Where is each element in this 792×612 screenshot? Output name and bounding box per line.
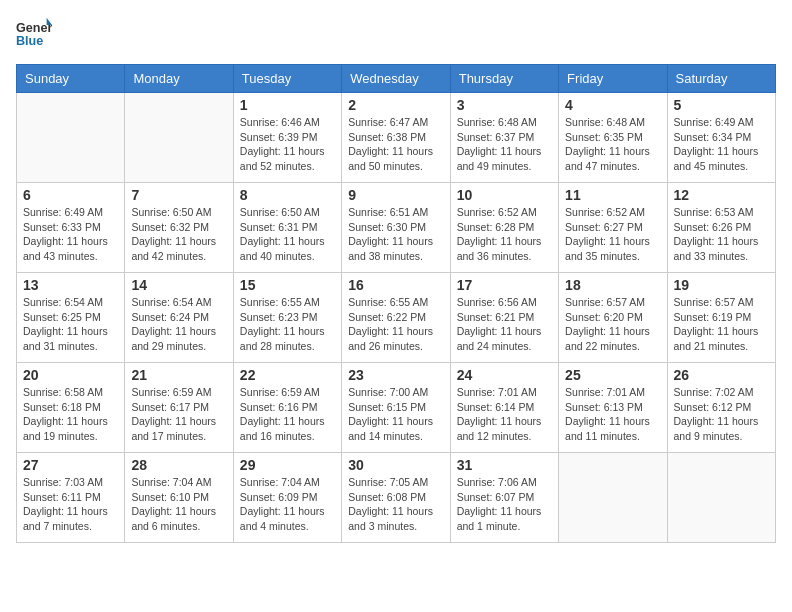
calendar-week-row: 27Sunrise: 7:03 AM Sunset: 6:11 PM Dayli… [17, 453, 776, 543]
day-info: Sunrise: 6:54 AM Sunset: 6:25 PM Dayligh… [23, 295, 118, 354]
day-info: Sunrise: 6:47 AM Sunset: 6:38 PM Dayligh… [348, 115, 443, 174]
calendar-cell: 3Sunrise: 6:48 AM Sunset: 6:37 PM Daylig… [450, 93, 558, 183]
day-info: Sunrise: 6:49 AM Sunset: 6:33 PM Dayligh… [23, 205, 118, 264]
day-info: Sunrise: 6:54 AM Sunset: 6:24 PM Dayligh… [131, 295, 226, 354]
day-number: 15 [240, 277, 335, 293]
day-number: 2 [348, 97, 443, 113]
calendar-cell: 24Sunrise: 7:01 AM Sunset: 6:14 PM Dayli… [450, 363, 558, 453]
day-number: 20 [23, 367, 118, 383]
calendar-cell [125, 93, 233, 183]
calendar-cell: 19Sunrise: 6:57 AM Sunset: 6:19 PM Dayli… [667, 273, 775, 363]
day-number: 31 [457, 457, 552, 473]
day-number: 23 [348, 367, 443, 383]
weekday-header-saturday: Saturday [667, 65, 775, 93]
calendar-table: SundayMondayTuesdayWednesdayThursdayFrid… [16, 64, 776, 543]
calendar-cell: 27Sunrise: 7:03 AM Sunset: 6:11 PM Dayli… [17, 453, 125, 543]
day-number: 7 [131, 187, 226, 203]
day-info: Sunrise: 6:50 AM Sunset: 6:32 PM Dayligh… [131, 205, 226, 264]
day-number: 16 [348, 277, 443, 293]
calendar-cell: 12Sunrise: 6:53 AM Sunset: 6:26 PM Dayli… [667, 183, 775, 273]
calendar-week-row: 13Sunrise: 6:54 AM Sunset: 6:25 PM Dayli… [17, 273, 776, 363]
calendar-cell [17, 93, 125, 183]
logo: General Blue [16, 16, 52, 52]
day-info: Sunrise: 6:58 AM Sunset: 6:18 PM Dayligh… [23, 385, 118, 444]
calendar-cell [667, 453, 775, 543]
day-number: 22 [240, 367, 335, 383]
day-info: Sunrise: 6:57 AM Sunset: 6:20 PM Dayligh… [565, 295, 660, 354]
day-info: Sunrise: 7:04 AM Sunset: 6:10 PM Dayligh… [131, 475, 226, 534]
day-number: 12 [674, 187, 769, 203]
day-info: Sunrise: 7:01 AM Sunset: 6:14 PM Dayligh… [457, 385, 552, 444]
day-info: Sunrise: 6:48 AM Sunset: 6:35 PM Dayligh… [565, 115, 660, 174]
calendar-cell: 25Sunrise: 7:01 AM Sunset: 6:13 PM Dayli… [559, 363, 667, 453]
day-info: Sunrise: 6:52 AM Sunset: 6:28 PM Dayligh… [457, 205, 552, 264]
weekday-header-sunday: Sunday [17, 65, 125, 93]
day-info: Sunrise: 6:59 AM Sunset: 6:16 PM Dayligh… [240, 385, 335, 444]
day-number: 30 [348, 457, 443, 473]
day-info: Sunrise: 7:01 AM Sunset: 6:13 PM Dayligh… [565, 385, 660, 444]
calendar-cell: 10Sunrise: 6:52 AM Sunset: 6:28 PM Dayli… [450, 183, 558, 273]
day-number: 9 [348, 187, 443, 203]
calendar-cell: 1Sunrise: 6:46 AM Sunset: 6:39 PM Daylig… [233, 93, 341, 183]
day-info: Sunrise: 7:03 AM Sunset: 6:11 PM Dayligh… [23, 475, 118, 534]
day-number: 24 [457, 367, 552, 383]
day-number: 1 [240, 97, 335, 113]
calendar-cell: 28Sunrise: 7:04 AM Sunset: 6:10 PM Dayli… [125, 453, 233, 543]
day-number: 3 [457, 97, 552, 113]
day-number: 14 [131, 277, 226, 293]
day-info: Sunrise: 6:49 AM Sunset: 6:34 PM Dayligh… [674, 115, 769, 174]
weekday-header-tuesday: Tuesday [233, 65, 341, 93]
calendar-cell: 18Sunrise: 6:57 AM Sunset: 6:20 PM Dayli… [559, 273, 667, 363]
day-number: 28 [131, 457, 226, 473]
day-number: 5 [674, 97, 769, 113]
logo-icon: General Blue [16, 16, 52, 52]
day-number: 4 [565, 97, 660, 113]
day-number: 27 [23, 457, 118, 473]
calendar-cell: 29Sunrise: 7:04 AM Sunset: 6:09 PM Dayli… [233, 453, 341, 543]
day-info: Sunrise: 7:05 AM Sunset: 6:08 PM Dayligh… [348, 475, 443, 534]
day-info: Sunrise: 6:57 AM Sunset: 6:19 PM Dayligh… [674, 295, 769, 354]
calendar-cell: 16Sunrise: 6:55 AM Sunset: 6:22 PM Dayli… [342, 273, 450, 363]
calendar-cell: 6Sunrise: 6:49 AM Sunset: 6:33 PM Daylig… [17, 183, 125, 273]
day-number: 19 [674, 277, 769, 293]
calendar-cell: 8Sunrise: 6:50 AM Sunset: 6:31 PM Daylig… [233, 183, 341, 273]
weekday-header-monday: Monday [125, 65, 233, 93]
calendar-cell: 26Sunrise: 7:02 AM Sunset: 6:12 PM Dayli… [667, 363, 775, 453]
calendar-cell: 21Sunrise: 6:59 AM Sunset: 6:17 PM Dayli… [125, 363, 233, 453]
calendar-cell: 17Sunrise: 6:56 AM Sunset: 6:21 PM Dayli… [450, 273, 558, 363]
day-number: 11 [565, 187, 660, 203]
day-number: 17 [457, 277, 552, 293]
day-info: Sunrise: 7:02 AM Sunset: 6:12 PM Dayligh… [674, 385, 769, 444]
day-info: Sunrise: 6:53 AM Sunset: 6:26 PM Dayligh… [674, 205, 769, 264]
weekday-header-wednesday: Wednesday [342, 65, 450, 93]
calendar-cell: 31Sunrise: 7:06 AM Sunset: 6:07 PM Dayli… [450, 453, 558, 543]
day-info: Sunrise: 6:59 AM Sunset: 6:17 PM Dayligh… [131, 385, 226, 444]
calendar-week-row: 1Sunrise: 6:46 AM Sunset: 6:39 PM Daylig… [17, 93, 776, 183]
calendar-cell: 14Sunrise: 6:54 AM Sunset: 6:24 PM Dayli… [125, 273, 233, 363]
calendar-cell: 7Sunrise: 6:50 AM Sunset: 6:32 PM Daylig… [125, 183, 233, 273]
page-header: General Blue [16, 16, 776, 52]
day-info: Sunrise: 7:06 AM Sunset: 6:07 PM Dayligh… [457, 475, 552, 534]
day-number: 10 [457, 187, 552, 203]
calendar-week-row: 20Sunrise: 6:58 AM Sunset: 6:18 PM Dayli… [17, 363, 776, 453]
calendar-cell [559, 453, 667, 543]
calendar-cell: 15Sunrise: 6:55 AM Sunset: 6:23 PM Dayli… [233, 273, 341, 363]
calendar-cell: 30Sunrise: 7:05 AM Sunset: 6:08 PM Dayli… [342, 453, 450, 543]
day-info: Sunrise: 6:55 AM Sunset: 6:23 PM Dayligh… [240, 295, 335, 354]
calendar-cell: 11Sunrise: 6:52 AM Sunset: 6:27 PM Dayli… [559, 183, 667, 273]
calendar-cell: 22Sunrise: 6:59 AM Sunset: 6:16 PM Dayli… [233, 363, 341, 453]
weekday-header-friday: Friday [559, 65, 667, 93]
day-number: 25 [565, 367, 660, 383]
day-number: 29 [240, 457, 335, 473]
calendar-cell: 13Sunrise: 6:54 AM Sunset: 6:25 PM Dayli… [17, 273, 125, 363]
day-number: 21 [131, 367, 226, 383]
weekday-header-thursday: Thursday [450, 65, 558, 93]
day-number: 18 [565, 277, 660, 293]
day-info: Sunrise: 6:51 AM Sunset: 6:30 PM Dayligh… [348, 205, 443, 264]
calendar-week-row: 6Sunrise: 6:49 AM Sunset: 6:33 PM Daylig… [17, 183, 776, 273]
calendar-cell: 20Sunrise: 6:58 AM Sunset: 6:18 PM Dayli… [17, 363, 125, 453]
day-info: Sunrise: 6:46 AM Sunset: 6:39 PM Dayligh… [240, 115, 335, 174]
svg-text:Blue: Blue [16, 34, 43, 48]
calendar-cell: 9Sunrise: 6:51 AM Sunset: 6:30 PM Daylig… [342, 183, 450, 273]
calendar-cell: 4Sunrise: 6:48 AM Sunset: 6:35 PM Daylig… [559, 93, 667, 183]
